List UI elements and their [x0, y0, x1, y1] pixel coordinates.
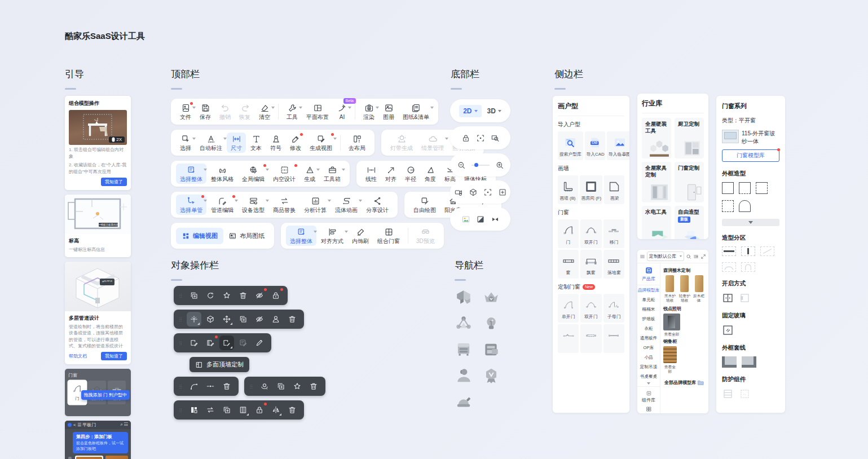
toolbar-item-wrench[interactable]: 工具: [283, 101, 302, 122]
toolbar-item-selwhole[interactable]: 选择整体: [286, 226, 316, 246]
cube-button[interactable]: [469, 188, 478, 197]
rail-item[interactable]: OP库: [644, 343, 654, 352]
object-tool-copyplus[interactable]: [187, 288, 201, 303]
draw-tile-cdoor[interactable]: 单开门: [558, 294, 579, 323]
help-doc-link[interactable]: 帮助文档: [69, 353, 87, 359]
object-tool-star[interactable]: [219, 288, 234, 303]
got-it-button[interactable]: 我知道了: [101, 178, 127, 186]
object-tool-mirror[interactable]: [268, 403, 283, 417]
object-tool-pencil[interactable]: [252, 336, 267, 350]
toolbar-item-layout[interactable]: 平面布置: [302, 101, 333, 122]
drag-handle-icon[interactable]: [178, 315, 183, 324]
toolbar-button-editview[interactable]: 编辑视图: [176, 228, 223, 244]
trim-left-corner-icon[interactable]: [722, 356, 737, 368]
open-fixed-pane-icon[interactable]: [739, 292, 751, 304]
nav-crown-icon[interactable]: [482, 289, 500, 307]
toolbar-item-undo[interactable]: 撤销: [215, 101, 235, 122]
zone-diagonal-icon[interactable]: [760, 246, 774, 256]
toolbar-item-align[interactable]: 对齐: [381, 164, 400, 184]
nav-helmet-icon[interactable]: [455, 392, 473, 411]
rail-item[interactable]: 榻榻米: [642, 304, 655, 314]
toolbar-item-fluid[interactable]: 流体动画: [331, 195, 362, 215]
catalog-item[interactable]: 轻奢护墙板: [678, 275, 691, 304]
zone-vsplit-icon[interactable]: [741, 246, 755, 256]
object-tool-cube[interactable]: [203, 312, 218, 326]
toolbar-item-toolbox[interactable]: 工具箱: [320, 164, 345, 184]
object-tool-copyplus[interactable]: [219, 403, 234, 417]
object-tool-swap[interactable]: [203, 403, 218, 417]
zone-hsplit-icon[interactable]: [722, 246, 736, 256]
view-2d-button[interactable]: 2D: [459, 105, 481, 117]
draw-tile-cdoor-double[interactable]: 双开门: [580, 294, 601, 323]
toolbar-item-modify[interactable]: 修改: [286, 133, 305, 153]
industry-tile[interactable]: 水电工具: [642, 206, 671, 239]
toolbar-item-style[interactable]: 整体风格: [207, 164, 237, 184]
industry-tile[interactable]: 全屋硬装工具: [642, 118, 671, 158]
lock-button[interactable]: [461, 134, 470, 143]
photocolor-button[interactable]: [461, 215, 470, 224]
nav-cabinet-icon[interactable]: [455, 341, 473, 359]
industry-tile[interactable]: 全屋家具定制: [642, 162, 671, 202]
draw-tile-tile-image[interactable]: 导入临摹图: [607, 131, 629, 160]
zoom-out-button[interactable]: [457, 161, 466, 170]
object-tool-eyeoff[interactable]: [252, 312, 267, 326]
object-tool-dashdot[interactable]: [203, 379, 218, 394]
rail-item[interactable]: 品牌模型库: [638, 285, 659, 294]
object-tool-eyeoff[interactable]: [252, 288, 267, 303]
window-model-row[interactable]: 115-外开窗玻纱一体: [722, 130, 779, 145]
drag-handle-icon[interactable]: [249, 382, 254, 391]
trim-right-corner-icon[interactable]: [742, 356, 756, 368]
toolbar-item-symbol[interactable]: 符号: [266, 133, 285, 153]
object-tool-copyplus[interactable]: [236, 312, 250, 326]
filter-icon[interactable]: [693, 254, 699, 259]
toolbar-item-dim[interactable]: 尺寸: [227, 133, 246, 153]
draw-tile-tile-cad[interactable]: CAD导入CAD: [585, 131, 606, 160]
object-tool-trash[interactable]: [285, 403, 299, 417]
object-tool-boardedit[interactable]: [236, 336, 250, 350]
rail-rail-combo[interactable]: 组合库: [642, 404, 655, 413]
toolbar-item-selpipe[interactable]: 选择单管: [176, 195, 206, 215]
drag-handle-icon[interactable]: [178, 338, 183, 348]
guard-bars-icon[interactable]: [722, 388, 734, 400]
drag-handle-icon[interactable]: [178, 405, 183, 415]
draw-tile-window-floor[interactable]: 落地窗: [603, 250, 624, 279]
nav-bulb-icon[interactable]: [482, 315, 500, 333]
toolbar-item-pipeedit[interactable]: 管道编辑: [207, 195, 237, 215]
expand-icon[interactable]: [700, 254, 706, 259]
object-tool-arc[interactable]: [187, 379, 201, 394]
toolbar-item-save[interactable]: 保存: [196, 101, 215, 122]
door-panel-selected[interactable]: 00-平板门: [75, 456, 103, 459]
drag-handle-icon[interactable]: [178, 382, 183, 391]
toolbar-item-file[interactable]: 文件: [176, 101, 195, 122]
toolbar-item-render[interactable]: 渲染: [359, 101, 378, 122]
draw-tile-cdoor-sub[interactable]: 子母门: [603, 294, 624, 323]
object-tool-trash[interactable]: [219, 379, 234, 394]
window-library-button[interactable]: 门窗模型库: [722, 149, 779, 162]
search-icon[interactable]: [686, 254, 691, 259]
object-tool-trash[interactable]: [285, 312, 299, 326]
nav-wallet-icon[interactable]: [482, 341, 500, 359]
object-tool-moverotate[interactable]: [187, 312, 201, 326]
draw-tile-poly[interactable]: 画梁: [604, 175, 624, 204]
sqplus-button[interactable]: [498, 188, 507, 197]
draw-tile-door-double[interactable]: 双开门: [580, 219, 601, 248]
chevron-down-icon[interactable]: [647, 382, 650, 385]
rail-item[interactable]: 定制吊顶: [640, 362, 657, 371]
draw-tile-door-slide[interactable]: 移门: [603, 219, 624, 248]
draw-tile-cdoor-line[interactable]: [603, 324, 624, 353]
nav-cube-logo-icon[interactable]: [455, 289, 473, 307]
zoom-slider[interactable]: [472, 165, 490, 166]
object-tool-lock[interactable]: [268, 288, 283, 303]
nav-molecule-icon[interactable]: [455, 315, 473, 333]
zone-arch-icon[interactable]: [741, 262, 755, 272]
toolbar-item-lightstrip[interactable]: 灯带生成: [386, 133, 417, 153]
rail-product-library[interactable]: 产品库: [637, 266, 660, 285]
nav-badge-v-icon[interactable]: [482, 367, 500, 385]
door-panel[interactable]: 无拉手平门: [105, 456, 128, 459]
toolbar-item-autolabel[interactable]: 自动标注: [196, 133, 226, 153]
zoomrect-button[interactable]: [491, 134, 500, 143]
toolbar-item-generate[interactable]: 生成: [300, 164, 319, 184]
rail-item[interactable]: 护墙板: [642, 314, 655, 323]
rail-item[interactable]: 小品: [644, 352, 653, 361]
hamburger-icon[interactable]: [640, 254, 645, 259]
